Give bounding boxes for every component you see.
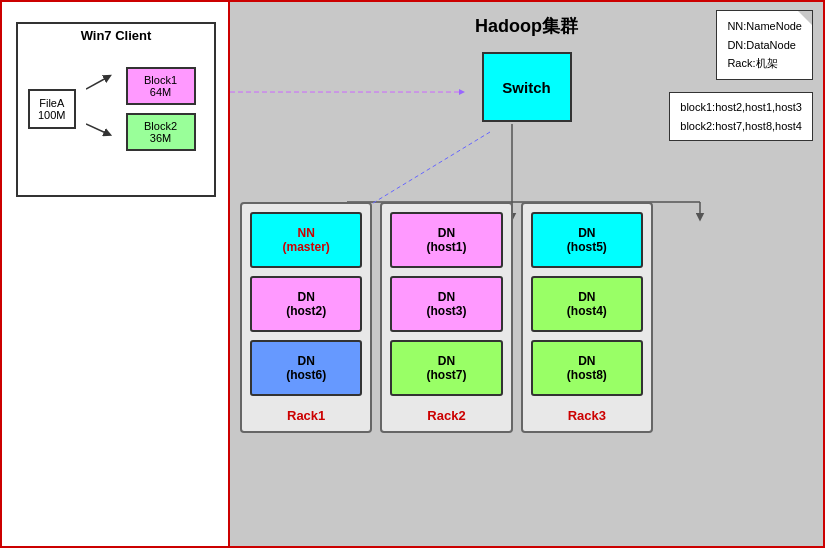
rack1-dn-host6: DN(host6) <box>250 340 362 396</box>
left-panel: Win7 Client FileA100M Block164M Block236… <box>2 2 230 546</box>
block-info-line1: block1:host2,host1,host3 <box>680 98 802 117</box>
rack1-nn-master: NN(master) <box>250 212 362 268</box>
win7-client-box: Win7 Client FileA100M Block164M Block236… <box>16 22 216 197</box>
block2-box: Block236M <box>126 113 196 151</box>
rack3-dn-host4: DN(host4) <box>531 276 643 332</box>
right-panel: Hadoop集群 NN:NameNode DN:DataNode Rack:机架… <box>230 2 823 546</box>
rack3-container: DN(host5) DN(host4) DN(host8) Rack3 <box>521 202 653 433</box>
block-info-line2: block2:host7,host8,host4 <box>680 117 802 136</box>
rack1-label: Rack1 <box>287 408 325 423</box>
svg-line-1 <box>86 77 108 89</box>
fileA-arrows-svg <box>86 69 116 149</box>
rack1-container: NN(master) DN(host2) DN(host6) Rack1 <box>240 202 372 433</box>
rack2-dn-host1: DN(host1) <box>390 212 502 268</box>
legend-line2: DN:DataNode <box>727 36 802 55</box>
win7-title: Win7 Client <box>18 24 214 47</box>
main-container: Win7 Client FileA100M Block164M Block236… <box>0 0 825 548</box>
rack2-container: DN(host1) DN(host3) DN(host7) Rack2 <box>380 202 512 433</box>
rack3-label: Rack3 <box>568 408 606 423</box>
rack2-dn-host3: DN(host3) <box>390 276 502 332</box>
rack1-dn-host2: DN(host2) <box>250 276 362 332</box>
filea-box: FileA100M <box>28 89 76 129</box>
legend-line1: NN:NameNode <box>727 17 802 36</box>
block-list: Block164M Block236M <box>126 67 196 151</box>
racks-area: NN(master) DN(host2) DN(host6) Rack1 DN(… <box>240 202 653 516</box>
rack2-dn-host7: DN(host7) <box>390 340 502 396</box>
legend-box: NN:NameNode DN:DataNode Rack:机架 <box>716 10 813 80</box>
rack2-label: Rack2 <box>427 408 465 423</box>
win7-content: FileA100M Block164M Block236M <box>18 57 214 161</box>
rack3-dn-host5: DN(host5) <box>531 212 643 268</box>
block1-box: Block164M <box>126 67 196 105</box>
svg-line-2 <box>86 124 108 134</box>
rack3-dn-host8: DN(host8) <box>531 340 643 396</box>
block-info-box: block1:host2,host1,host3 block2:host7,ho… <box>669 92 813 141</box>
switch-node: Switch <box>482 52 572 122</box>
legend-line3: Rack:机架 <box>727 54 802 73</box>
